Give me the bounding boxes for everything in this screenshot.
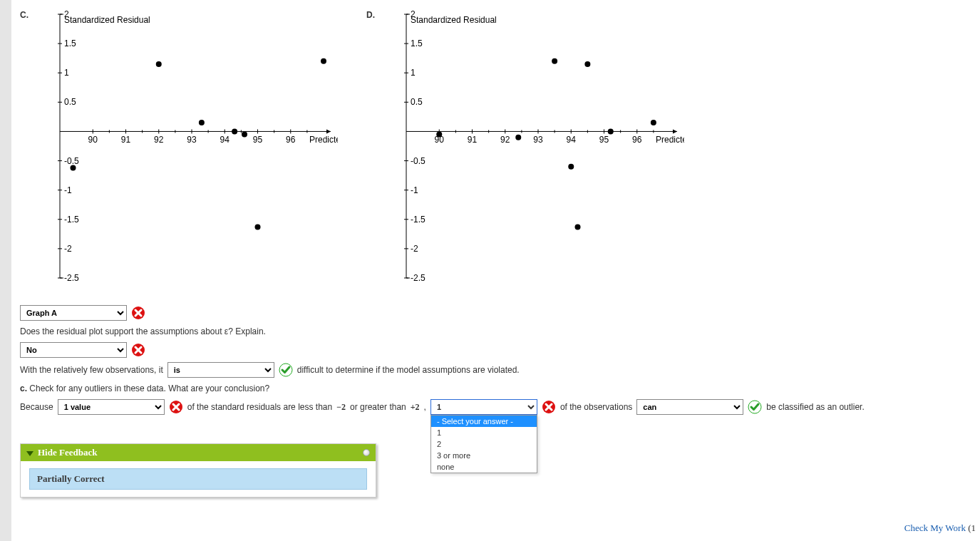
svg-text:-1: -1 (411, 185, 418, 195)
is-select[interactable]: is (167, 362, 274, 378)
svg-text:90: 90 (88, 135, 98, 145)
graph-select-line: Graph A (20, 305, 971, 321)
chart-letter-d: D. (366, 7, 381, 20)
feedback-dot-icon (363, 449, 370, 456)
incorrect-icon (542, 400, 556, 414)
observation-count-dropdown: - Select your answer - 1 2 3 or more non… (430, 415, 537, 473)
charts-row: C. 90919293949596Predicted y-2.5-2-1.5-1… (20, 7, 971, 292)
svg-text:92: 92 (500, 135, 510, 145)
neg-2: −2 (336, 402, 346, 413)
svg-point-46 (156, 61, 162, 67)
question-support: Does the residual plot support the assum… (20, 326, 971, 336)
dropdown-option-1[interactable]: 1 (431, 427, 537, 438)
svg-text:1: 1 (411, 68, 416, 78)
outlier-line: Because 1 value of the standard residual… (20, 399, 971, 415)
support-select-line: No (20, 342, 971, 358)
check-my-work-count: (1 (968, 522, 976, 533)
svg-text:-1.5: -1.5 (411, 215, 425, 225)
dropdown-option-3-or-more[interactable]: 3 or more (431, 450, 537, 461)
svg-text:95: 95 (599, 135, 609, 145)
check-my-work-link[interactable]: Check My Work (1 (904, 522, 976, 534)
svg-text:-2.5: -2.5 (64, 273, 79, 283)
chart-block-d: D. 90919293949596Predicted y-2.5-2-1.5-1… (366, 7, 684, 292)
svg-point-45 (71, 165, 76, 170)
text: Because (20, 402, 53, 412)
feedback-status: Partially Correct (29, 468, 367, 490)
svg-text:1.5: 1.5 (64, 38, 76, 48)
svg-text:-2.5: -2.5 (411, 273, 425, 283)
svg-text:92: 92 (154, 135, 164, 145)
svg-text:93: 93 (533, 135, 543, 145)
svg-text:93: 93 (187, 135, 197, 145)
text: With the relatively few observations, it (20, 365, 163, 375)
svg-text:94: 94 (567, 135, 577, 145)
comma: , (424, 402, 426, 412)
pos-2: +2 (411, 402, 420, 413)
chart-c: 90919293949596Predicted y-2.5-2-1.5-1-0.… (38, 7, 338, 292)
svg-text:91: 91 (121, 135, 131, 145)
text: of the standard residuals are less than (187, 402, 332, 412)
svg-text:1: 1 (64, 68, 69, 78)
svg-text:-0.5: -0.5 (411, 156, 425, 166)
feedback-body: Partially Correct (21, 461, 376, 497)
observation-count-select[interactable]: 1 (430, 399, 537, 415)
text: or greater than (350, 402, 406, 412)
svg-text:-0.5: -0.5 (64, 156, 79, 166)
incorrect-icon (169, 400, 183, 414)
svg-text:Standardized Residual: Standardized Residual (64, 15, 150, 25)
incorrect-icon (131, 306, 145, 320)
svg-text:-2: -2 (411, 244, 418, 254)
correct-icon (748, 400, 762, 414)
svg-point-48 (232, 128, 237, 134)
dropdown-option-2[interactable]: 2 (431, 438, 537, 450)
triangle-down-icon (26, 451, 33, 456)
svg-point-101 (575, 224, 581, 230)
svg-text:0.5: 0.5 (64, 97, 76, 107)
svg-point-47 (199, 120, 205, 125)
observations-line: With the relatively few observations, it… (20, 362, 971, 378)
svg-text:95: 95 (253, 135, 263, 145)
dropdown-option-none[interactable]: none (431, 461, 537, 473)
main-content: C. 90919293949596Predicted y-2.5-2-1.5-1… (11, 0, 980, 541)
svg-text:0.5: 0.5 (411, 97, 423, 107)
svg-point-100 (568, 164, 574, 170)
dropdown-option-placeholder[interactable]: - Select your answer - (431, 416, 537, 427)
svg-text:-1: -1 (64, 185, 72, 195)
text: difficult to determine if the model assu… (297, 365, 520, 375)
svg-point-98 (515, 135, 521, 140)
svg-point-102 (584, 61, 590, 67)
feedback-panel: Hide Feedback Partially Correct (20, 443, 376, 498)
text: of the observations (560, 402, 632, 412)
left-gutter (0, 0, 11, 541)
svg-text:1.5: 1.5 (411, 38, 423, 48)
svg-text:96: 96 (632, 135, 642, 145)
incorrect-icon (131, 343, 145, 357)
check-my-work-text: Check My Work (904, 522, 966, 533)
support-select[interactable]: No (20, 342, 127, 358)
svg-text:Predicted y: Predicted y (656, 135, 684, 145)
chart-d: 90919293949596Predicted y-2.5-2-1.5-1-0.… (385, 7, 684, 292)
feedback-header[interactable]: Hide Feedback (21, 444, 376, 461)
svg-text:-1.5: -1.5 (64, 215, 79, 225)
graph-select[interactable]: Graph A (20, 305, 127, 321)
svg-text:-2: -2 (64, 244, 72, 254)
chart-letter-c: C. (20, 7, 34, 20)
correct-icon (279, 363, 293, 377)
part-c-label: c. (20, 383, 27, 393)
svg-point-97 (436, 132, 442, 138)
svg-point-99 (552, 58, 557, 64)
can-select[interactable]: can (636, 399, 743, 415)
part-c-text: c. Check for any outliers in these data.… (20, 383, 971, 393)
svg-text:94: 94 (220, 135, 230, 145)
svg-text:91: 91 (468, 135, 478, 145)
svg-point-50 (255, 224, 261, 230)
chart-block-c: C. 90919293949596Predicted y-2.5-2-1.5-1… (20, 7, 338, 292)
svg-text:Predicted y: Predicted y (309, 135, 338, 145)
svg-point-49 (242, 132, 247, 138)
feedback-header-text: Hide Feedback (38, 447, 97, 458)
value-count-select[interactable]: 1 value (58, 399, 165, 415)
svg-point-103 (608, 128, 614, 134)
svg-point-51 (321, 58, 326, 64)
svg-text:96: 96 (286, 135, 296, 145)
svg-text:Standardized Residual: Standardized Residual (411, 15, 497, 25)
